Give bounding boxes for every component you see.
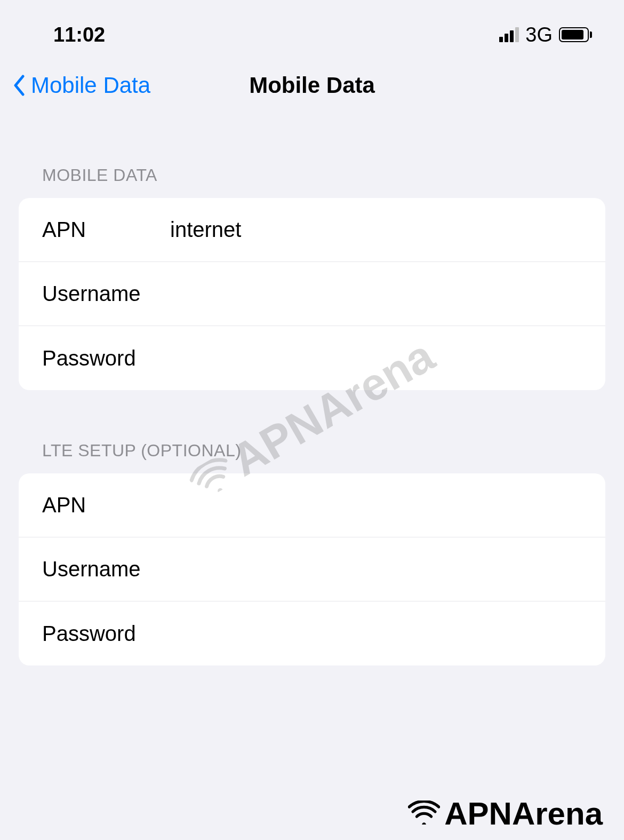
form-row-username[interactable]: Username [19,262,605,326]
apn-input[interactable] [170,218,582,242]
form-row-username[interactable]: Username [19,537,605,601]
form-row-apn[interactable]: APN [19,473,605,537]
form-row-password[interactable]: Password [19,326,605,390]
status-bar: 11:02 3G [0,0,624,59]
section-header: LTE SETUP (OPTIONAL) [19,441,605,466]
lte-username-input[interactable] [170,557,582,581]
section-lte-setup: LTE SETUP (OPTIONAL) APN Username Passwo… [19,441,605,665]
status-indicators: 3G [499,23,592,46]
lte-password-input[interactable] [170,622,582,646]
chevron-left-icon [12,75,27,96]
field-label: Username [42,282,170,306]
signal-strength-icon [499,27,519,42]
form-row-apn[interactable]: APN [19,198,605,262]
watermark-text: APNArena [444,795,603,832]
section-header: MOBILE DATA [19,165,605,191]
field-label: Password [42,622,170,646]
lte-apn-input[interactable] [170,493,582,517]
password-input[interactable] [170,346,582,370]
back-button[interactable]: Mobile Data [12,73,150,98]
field-label: Username [42,557,170,581]
username-input[interactable] [170,282,582,306]
section-mobile-data: MOBILE DATA APN Username Password [19,165,605,390]
watermark-bottom: APNArena [408,795,603,832]
section-body: APN Username Password [19,473,605,665]
field-label: Password [42,346,170,370]
back-button-label: Mobile Data [31,73,150,98]
page-title: Mobile Data [249,73,375,98]
content-area: MOBILE DATA APN Username Password LTE SE… [0,112,624,665]
status-time: 11:02 [53,23,105,46]
wifi-icon [408,795,440,832]
field-label: APN [42,493,170,517]
section-body: APN Username Password [19,198,605,390]
navigation-header: Mobile Data Mobile Data [0,59,624,112]
field-label: APN [42,218,170,242]
form-row-password[interactable]: Password [19,601,605,665]
network-type-label: 3G [525,23,553,46]
battery-icon [559,27,592,42]
